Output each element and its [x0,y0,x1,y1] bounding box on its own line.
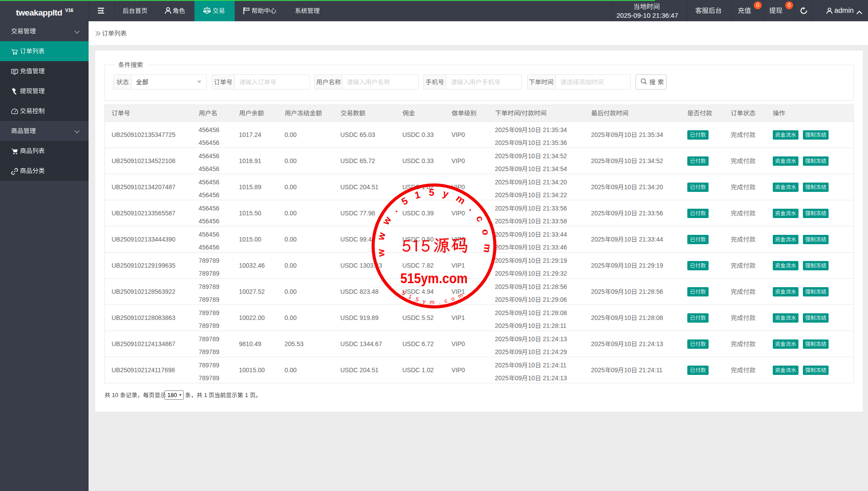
svg-text:515ym.com: 515ym.com [400,270,468,286]
svg-text:www.515ym.com: www.515ym.com [375,187,493,261]
